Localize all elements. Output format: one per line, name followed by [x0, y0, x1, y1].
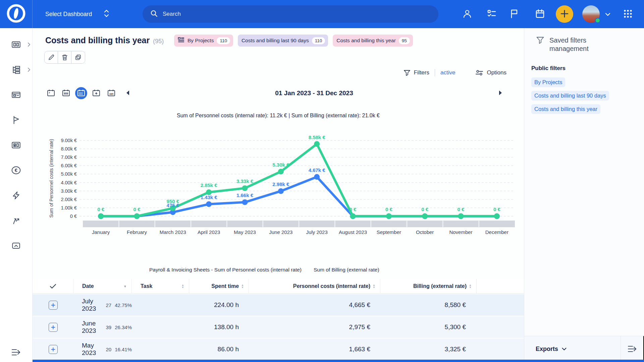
svg-text:0 €: 0 €	[385, 206, 393, 212]
table-row[interactable]: July 2023 27 42.75% 224.00 h 4,665 € 8,5…	[33, 294, 524, 316]
edit-button[interactable]	[45, 51, 58, 63]
collapse-arrow-icon	[627, 345, 638, 353]
svg-text:5.00k €: 5.00k €	[61, 171, 77, 177]
select-all-header[interactable]	[33, 279, 73, 294]
chip-badge: 110	[217, 37, 230, 44]
saved-filter-chip-last-90-days[interactable]: Costs and billing last 90 days 110	[238, 35, 328, 47]
filters-active-link[interactable]: active	[440, 69, 455, 76]
flag-icon	[509, 9, 519, 20]
row-personnel-costs: 4,665 €	[249, 294, 380, 316]
row-count: 20	[106, 347, 111, 352]
search-input[interactable]: Search	[143, 5, 438, 23]
row-billing: 8,580 €	[380, 294, 477, 316]
saved-filter-chip-this-year[interactable]: Costs and billing this year 95	[333, 35, 413, 47]
apps-grid-button[interactable]	[621, 7, 635, 21]
page-title: Costs and billing this year	[45, 36, 150, 45]
pencil-icon	[48, 54, 55, 61]
svg-text:8.00k €: 8.00k €	[61, 146, 77, 152]
row-spent-time: 86.00 h	[189, 339, 249, 360]
panel-title: Saved filters management	[549, 36, 613, 53]
row-date-cell: May 2023 20 16.41%	[73, 339, 132, 360]
svg-text:8.58k €: 8.58k €	[309, 134, 326, 140]
svg-text:January: January	[92, 229, 110, 235]
table-row[interactable]: June 2023 39 26.34% 138.00 h 2,975 € 5,3…	[33, 316, 524, 338]
duplicate-button[interactable]	[71, 51, 85, 63]
saved-filter-chip-by-projects[interactable]: By Projects 110	[174, 35, 233, 47]
result-count: (95)	[153, 38, 164, 45]
sidebar-item-dashboards[interactable]	[10, 139, 22, 151]
column-header-date[interactable]: Date ▼	[73, 279, 132, 294]
public-filter-link-last-90-days[interactable]: Costs and billing last 90 days	[531, 91, 609, 101]
table-row[interactable]: May 2023 20 16.41% 86.00 h 1,663 € 3,325…	[33, 339, 524, 360]
svg-text:September: September	[377, 229, 401, 235]
row-expand-cell	[33, 294, 73, 316]
filters-button[interactable]: Filters	[404, 69, 429, 76]
row-date: June 2023	[82, 320, 102, 335]
column-header-task[interactable]: Task ▲▼	[132, 279, 189, 294]
expand-row-button[interactable]	[49, 301, 58, 310]
apps-grid-icon	[623, 9, 633, 19]
expand-row-button[interactable]	[49, 345, 58, 354]
flag-button[interactable]	[507, 7, 521, 21]
table-body: July 2023 27 42.75% 224.00 h 4,665 € 8,5…	[33, 294, 524, 361]
collapse-panel-button[interactable]	[621, 336, 644, 362]
column-header-spent-time[interactable]: Spent time ▲▼	[189, 279, 249, 294]
select-dashboard-button[interactable]: Select Dashboard	[45, 0, 109, 28]
logo-icon	[6, 4, 26, 24]
view-month-button-selected[interactable]	[75, 87, 87, 99]
copy-icon	[75, 54, 82, 61]
sidebar-item-pages[interactable]	[10, 89, 22, 101]
sidebar-item-integrations[interactable]	[10, 215, 22, 226]
delete-button[interactable]	[58, 51, 71, 63]
legend-item-billing: Sum of Billing (external rate)	[314, 267, 379, 273]
column-header-personnel-costs[interactable]: Personnel costs (internal rate) ▲▼	[249, 279, 380, 294]
sidebar-item-archive[interactable]	[10, 240, 22, 251]
filters-label: Filters	[414, 69, 429, 76]
row-personnel-costs: 1,663 €	[249, 339, 380, 360]
svg-text:0 €: 0 €	[350, 206, 357, 212]
sort-icon: ▲▼	[241, 284, 244, 289]
svg-text:2.85k €: 2.85k €	[201, 182, 218, 188]
options-label: Options	[487, 69, 506, 76]
view-year-button[interactable]: 365	[105, 87, 117, 99]
prev-period-button[interactable]	[124, 88, 131, 99]
row-date: May 2023	[82, 342, 102, 357]
column-header-empty	[477, 279, 524, 294]
sort-icon: ▲▼	[181, 284, 184, 289]
contacts-button[interactable]	[461, 7, 474, 21]
calendar-button[interactable]	[533, 7, 547, 21]
sidebar-item-tree[interactable]	[10, 64, 22, 75]
sidebar-item-budgets[interactable]: €	[10, 165, 22, 176]
public-filter-link-by-projects[interactable]: By Projects	[531, 77, 565, 87]
view-custom-range-button[interactable]	[90, 87, 102, 99]
view-week-button[interactable]	[60, 87, 72, 99]
exports-section-toggle[interactable]: Exports	[524, 336, 621, 362]
collapse-sidebar-button[interactable]	[11, 348, 21, 357]
options-button[interactable]: Options	[475, 69, 506, 76]
add-button[interactable]	[556, 5, 573, 23]
svg-text:2.00k €: 2.00k €	[61, 197, 77, 202]
row-count: 27	[106, 302, 111, 308]
user-avatar[interactable]	[582, 5, 600, 23]
expand-row-button[interactable]	[49, 323, 58, 332]
svg-text:August 2023: August 2023	[339, 229, 367, 235]
table-header: Date ▼ Task ▲▼ Spent time ▲▼ Personnel c…	[33, 279, 524, 294]
date-range-label: 01 Jan 2023 - 31 Dec 2023	[275, 89, 353, 97]
svg-text:February: February	[127, 229, 147, 235]
avatar-menu-button[interactable]	[603, 10, 612, 18]
row-task-cell	[132, 316, 189, 338]
svg-text:6.00k €: 6.00k €	[61, 163, 77, 168]
tasks-button[interactable]	[485, 7, 498, 21]
sidebar-item-automations[interactable]	[10, 190, 22, 201]
svg-text:365: 365	[109, 93, 114, 96]
next-period-button[interactable]	[497, 88, 504, 99]
svg-text:4.67k €: 4.67k €	[309, 167, 326, 173]
chevron-down-icon	[562, 348, 567, 351]
view-day-button[interactable]	[45, 87, 57, 99]
public-filter-link-this-year[interactable]: Costs and billing this year	[531, 104, 600, 114]
column-header-billing[interactable]: Billing (external rate) ▲▼	[380, 279, 477, 294]
svg-text:4.00k €: 4.00k €	[61, 180, 77, 185]
sidebar-item-boards[interactable]	[10, 39, 22, 50]
sidebar-item-milestones[interactable]	[10, 114, 22, 126]
app-logo[interactable]	[0, 0, 33, 28]
